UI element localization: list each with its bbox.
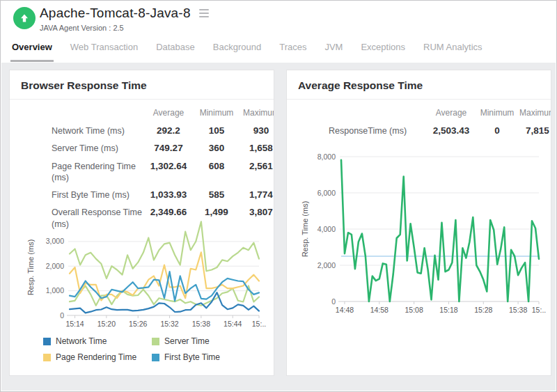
x-axis-tick-label: 15:26: [129, 320, 147, 328]
average-response-time-chart: 02,0004,0006,0008,00014:4814:5815:0815:1…: [294, 147, 547, 321]
menu-icon[interactable]: [198, 8, 210, 19]
cell-average: 1,302.64: [146, 161, 191, 171]
x-axis-tick-label: 15:28: [474, 306, 492, 314]
browser-response-time-panel: Browser Response Time AverageMinimumMaxi…: [9, 70, 274, 376]
cell-average: 749.27: [146, 143, 191, 153]
series-responsetime: [341, 160, 539, 301]
legend-item-server-time[interactable]: Server Time: [152, 336, 220, 346]
table-corner: [287, 108, 426, 109]
cell-average: 1,033.93: [146, 189, 191, 200]
x-axis-tick-label: 14:58: [370, 306, 389, 314]
legend-label: Network Time: [56, 336, 107, 346]
legend-item-first-byte-time[interactable]: First Byte Time: [152, 352, 220, 362]
tab-overview[interactable]: Overview: [10, 39, 54, 62]
column-header-average: Average: [426, 108, 476, 119]
legend-swatch: [152, 354, 159, 361]
tab-web-transaction[interactable]: Web Transaction: [69, 39, 139, 60]
column-header-maximum: Maximum: [518, 108, 551, 119]
tab-exceptions[interactable]: Exceptions: [359, 39, 407, 60]
tab-background[interactable]: Background: [212, 39, 262, 60]
legend-label: First Byte Time: [164, 352, 220, 362]
row-label: ResponseTime (ms): [287, 125, 426, 136]
y-axis-title: Resp. Time (ms): [26, 240, 35, 296]
overview-content: Browser Response Time AverageMinimumMaxi…: [1, 63, 556, 391]
x-axis-tick-label: 14:48: [336, 306, 354, 314]
cell-minimum: 360: [191, 143, 242, 153]
up-arrow-icon: [19, 13, 30, 24]
tab-traces[interactable]: Traces: [278, 39, 308, 60]
table-corner: [10, 108, 146, 109]
page-title: Apache-Tomcat-8-Java-8: [40, 6, 191, 21]
cell-maximum: 2,561: [242, 161, 274, 171]
dashboard-page: Apache-Tomcat-8-Java-8 JAVA Agent Versio…: [0, 0, 557, 392]
column-header-minimum: Minimum: [476, 108, 518, 119]
average-response-time-panel: Average Response Time AverageMinimumMaxi…: [286, 70, 551, 376]
row-label: Network Time (ms): [10, 125, 146, 136]
x-axis-tick-label: 15:32: [160, 320, 178, 328]
agent-version-label: JAVA Agent Version : 2.5: [40, 24, 124, 32]
y-axis-tick-label: 2,000: [46, 262, 64, 270]
tab-jvm[interactable]: JVM: [323, 39, 344, 60]
tab-rum-analytics[interactable]: RUM Analytics: [422, 39, 484, 60]
cell-maximum: 7,815: [518, 125, 551, 136]
legend-swatch: [152, 338, 159, 345]
row-label: Server Time (ms): [10, 143, 146, 154]
cell-maximum: 1,774: [242, 189, 274, 200]
y-axis-tick-label: 6,000: [317, 189, 336, 197]
cell-maximum: 930: [242, 125, 274, 136]
y-axis-tick-label: 0: [331, 297, 336, 306]
line-chart-canvas: 02,0004,0006,0008,00014:4814:5815:0815:1…: [294, 147, 547, 318]
column-header-minimum: Minimum: [191, 108, 242, 119]
row-label: Page Rendering Time (ms): [10, 161, 146, 184]
y-axis-tick-label: 4,000: [317, 225, 336, 233]
cell-average: 2,503.43: [426, 125, 476, 136]
x-axis-tick-label: 15:18: [439, 306, 457, 314]
browser-response-time-chart: 01,0002,0003,00015:1415:2015:2615:3215:3…: [17, 210, 267, 335]
legend-label: Server Time: [164, 336, 210, 346]
row-label: First Byte Time (ms): [10, 189, 146, 201]
average-response-stats-table: AverageMinimumMaximumResponseTime (ms)2,…: [287, 108, 551, 136]
cell-minimum: 105: [191, 125, 242, 136]
legend-swatch: [43, 338, 51, 345]
cell-maximum: 1,658: [242, 143, 274, 153]
x-axis-tick-label: 15:38: [192, 320, 210, 328]
legend-label: Page Rendering Time: [56, 352, 136, 362]
x-axis-tick-label: 15:20: [97, 320, 116, 328]
tab-database[interactable]: Database: [155, 39, 196, 60]
cell-minimum: 585: [191, 189, 242, 200]
series-overall-response-time: [70, 221, 259, 279]
y-axis-tick-label: 3,000: [46, 237, 64, 245]
legend-swatch: [43, 354, 51, 361]
y-axis-tick-label: 8,000: [317, 152, 336, 161]
y-axis-title: Resp. Time (ms): [301, 201, 309, 258]
series-first-byte-time: [70, 272, 259, 301]
panel-title: Average Response Time: [287, 70, 551, 100]
y-axis-tick-label: 1,000: [46, 286, 64, 295]
cell-minimum: 0: [476, 125, 518, 136]
x-axis-tick-label: 15:14: [65, 320, 84, 328]
cell-minimum: 608: [191, 161, 242, 171]
chart-legend: Network TimeServer TimePage Rendering Ti…: [43, 336, 220, 362]
series-page-rendering-time: [70, 252, 259, 300]
monitor-status-badge: [13, 7, 36, 29]
column-header-average: Average: [146, 108, 191, 119]
y-axis-tick-label: 0: [60, 311, 64, 320]
x-axis-tick-label: 15:..: [532, 306, 546, 314]
x-axis-tick-label: 15:44: [223, 320, 242, 328]
panel-title: Browser Response Time: [10, 70, 274, 100]
tab-bar: OverviewWeb TransactionDatabaseBackgroun…: [1, 39, 556, 63]
legend-item-network-time[interactable]: Network Time: [43, 336, 148, 346]
cell-average: 292.2: [146, 125, 191, 136]
x-axis-tick-label: 15:38: [509, 306, 527, 314]
y-axis-tick-label: 2,000: [317, 261, 336, 269]
line-chart-canvas: 01,0002,0003,00015:1415:2015:2615:3215:3…: [17, 210, 267, 332]
column-header-maximum: Maximum: [242, 108, 274, 119]
monitor-header: Apache-Tomcat-8-Java-8 JAVA Agent Versio…: [1, 1, 556, 39]
x-axis-tick-label: 15:..: [252, 320, 266, 328]
x-axis-tick-label: 15:08: [405, 306, 423, 314]
legend-item-page-rendering-time[interactable]: Page Rendering Time: [43, 352, 148, 362]
